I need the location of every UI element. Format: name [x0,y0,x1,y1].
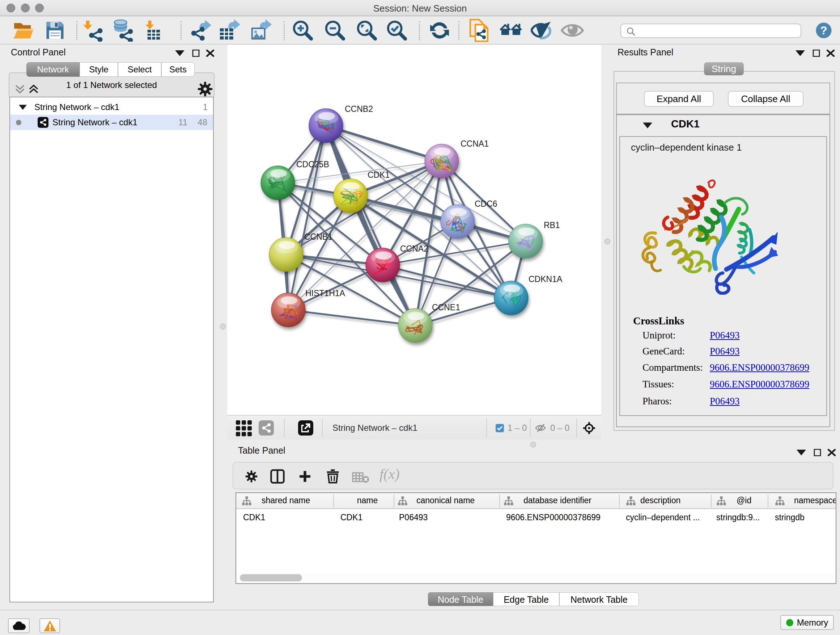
svg-text:HIST1H1A: HIST1H1A [305,288,346,298]
svg-text:CDKN1A: CDKN1A [529,274,562,284]
svg-text:CDC6: CDC6 [475,199,497,209]
svg-text:?: ? [820,24,827,37]
svg-text:CCNA1: CCNA1 [461,139,489,149]
svg-text:CCNE1: CCNE1 [432,302,460,312]
svg-text:RB1: RB1 [544,220,560,230]
svg-text:CCNB2: CCNB2 [345,104,373,114]
svg-text:CDK1: CDK1 [368,170,390,180]
svg-text:CCNA2: CCNA2 [400,244,428,253]
svg-text:CCNB1: CCNB1 [304,232,332,241]
svg-text:CDC25B: CDC25B [296,160,329,169]
